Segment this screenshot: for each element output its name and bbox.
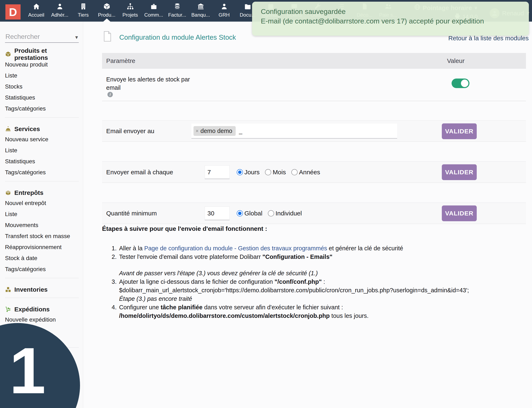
radio-selected-icon <box>237 169 243 175</box>
bank-icon <box>189 3 212 11</box>
home-icon <box>25 3 48 11</box>
sidebar-item-liste-services[interactable]: Liste <box>5 145 81 156</box>
suitcase-icon <box>142 3 165 11</box>
dolibarr-logo[interactable]: D <box>5 4 21 19</box>
sidebar-section-produits: Produits et prestations Nouveau produit … <box>0 50 83 114</box>
topbar-menu: Accueil Adhér... Tiers Produ... Projets … <box>25 0 259 22</box>
sidebar-title-produits[interactable]: Produits et prestations <box>5 50 81 59</box>
steps-heading: Étapes à suivre pour que l'envoie d'emai… <box>102 224 503 233</box>
parameters-table: Paramètre Valeur Envoye les alertes de s… <box>102 53 526 224</box>
sidebar-item-liste-entrepots[interactable]: Liste <box>5 209 81 220</box>
sidebar-item-statistiques-services[interactable]: Statistiques <box>5 156 81 167</box>
sidebar-title-inventories[interactable]: Inventories <box>5 285 81 294</box>
radio-mois[interactable]: Mois <box>265 169 286 176</box>
radio-icon <box>265 169 271 175</box>
page-title[interactable]: Configuration du module Alertes Stock <box>119 34 236 41</box>
building-icon <box>71 3 95 11</box>
topbar-item-tiers[interactable]: Tiers <box>71 0 95 22</box>
main-content: Configuration du module Alertes Stock Re… <box>83 22 532 408</box>
row-label: Envoyer email à chaque <box>106 162 173 183</box>
tour-step-number: 1 <box>9 338 46 403</box>
table-row-frequence: Envoyer email à chaque Jours Mois Années… <box>102 162 526 183</box>
table-row-quantite-minimum: Quantité minimum Global Individuel VALID… <box>102 203 526 224</box>
steps-instructions: Étapes à suivre pour que l'envoie d'emai… <box>102 224 503 320</box>
sidebar-item-statistiques-produits[interactable]: Statistiques <box>5 92 81 103</box>
email-alerts-toggle[interactable] <box>452 78 470 88</box>
sidebar-item-tags-entrepots[interactable]: Tags/catégories <box>5 264 81 275</box>
sidebar-item-tags-services[interactable]: Tags/catégories <box>5 167 81 178</box>
recipient-chip: × demo demo <box>193 126 236 136</box>
search-placeholder: Rechercher <box>5 33 40 41</box>
topbar-item-banque[interactable]: Banqu... <box>189 0 212 22</box>
topbar-item-adherents[interactable]: Adhér... <box>48 0 71 22</box>
radio-icon <box>291 169 298 175</box>
row-label: Envoye les alertes de stock par email <box>106 75 210 92</box>
sidebar-item-reapprovisionnement[interactable]: Réapprovisionnement <box>5 242 81 253</box>
box-open-icon <box>5 190 11 196</box>
sidebar-title-expeditions[interactable]: Expéditions <box>5 305 81 314</box>
topbar-item-produits[interactable]: Produ... <box>95 0 119 22</box>
sidebar-item-mouvements[interactable]: Mouvements <box>5 220 81 230</box>
topbar-item-accueil[interactable]: Accueil <box>25 0 48 22</box>
info-icon[interactable]: i <box>107 92 113 97</box>
cube-icon <box>95 3 119 11</box>
back-to-modules-link[interactable]: Retour à la liste des modules <box>448 35 529 42</box>
sidebar-divider <box>5 298 79 298</box>
table-row-alertes-email: Envoye les alertes de stock par email i <box>102 68 526 101</box>
frequency-value-input[interactable] <box>205 165 230 179</box>
sidebar-item-stock-a-date[interactable]: Stock à date <box>5 253 81 264</box>
search-input[interactable]: Rechercher ▾ <box>5 32 79 43</box>
page-icon <box>103 31 112 43</box>
valider-button-email[interactable]: VALIDER <box>442 123 477 139</box>
cube-icon <box>5 51 11 57</box>
sidebar-section-inventories: Inventories <box>0 285 83 294</box>
column-header-valeur: Valeur <box>447 53 465 68</box>
remove-chip-icon[interactable]: × <box>196 128 199 134</box>
sidebar-item-transfert-stock[interactable]: Transfert stock en masse <box>5 230 81 242</box>
sidebar-section-expeditions: Expéditions Nouvelle expédition <box>0 305 83 325</box>
email-recipients-input[interactable]: × demo demo _ <box>191 124 397 139</box>
cron-config-link[interactable]: Page de configuration du module - Gestio… <box>144 245 327 252</box>
boxes-icon <box>5 287 11 293</box>
frequency-unit-radios: Jours Mois Années <box>237 162 326 183</box>
user-tie-icon <box>212 3 236 11</box>
user-icon <box>48 3 71 11</box>
sidebar: Rechercher ▾ Produits et prestations Nou… <box>0 22 83 408</box>
step-1: 1. Aller à la Page de configuration du m… <box>112 244 503 253</box>
toast-notification: Configuration sauvegardée E-mail (de con… <box>252 2 529 36</box>
column-header-parametre: Paramètre <box>106 53 135 68</box>
radio-icon <box>268 210 274 216</box>
tour-step-badge: 1 <box>0 323 80 408</box>
sidebar-item-nouvel-entrepot[interactable]: Nouvel entrepôt <box>5 197 81 209</box>
sidebar-title-entrepots[interactable]: Entrepôts <box>5 188 81 197</box>
sidebar-section-entrepots: Entrepôts Nouvel entrepôt Liste Mouvemen… <box>0 188 83 275</box>
sidebar-title-services[interactable]: Services <box>5 124 81 134</box>
cron-config-line: $dolibarr_main_url_alertstock_cronjob='h… <box>119 287 469 294</box>
table-row-email-envoyer-au: Email envoyer au × demo demo _ VALIDER <box>102 120 526 142</box>
valider-button-frequence[interactable]: VALIDER <box>442 164 477 180</box>
dolibarr-app: D Accueil Adhér... Tiers Produ... Projet… <box>0 0 532 408</box>
step-4: 4. Configurer une tâche planifiée dans v… <box>112 303 503 320</box>
text-cursor: _ <box>239 128 242 134</box>
sidebar-item-tags-produits[interactable]: Tags/catégories <box>5 103 81 114</box>
topbar-item-facturation[interactable]: Factur... <box>165 0 189 22</box>
coins-icon <box>165 3 189 11</box>
radio-individuel[interactable]: Individuel <box>268 210 302 217</box>
topbar-item-projets[interactable]: Projets <box>119 0 142 22</box>
sidebar-divider <box>5 117 79 118</box>
quantity-scope-radios: Global Individuel <box>237 203 307 224</box>
step-note-securite: Avant de passer vers l'étape (3.) vous d… <box>119 269 503 278</box>
topbar-item-grh[interactable]: GRH <box>212 0 236 22</box>
valider-button-quantite[interactable]: VALIDER <box>442 205 477 221</box>
sitemap-icon <box>119 3 142 11</box>
sidebar-item-stocks[interactable]: Stocks <box>5 81 81 92</box>
sidebar-item-nouveau-service[interactable]: Nouveau service <box>5 134 81 145</box>
radio-annees[interactable]: Années <box>291 169 320 176</box>
search-dropdown-caret-icon[interactable]: ▾ <box>75 34 78 41</box>
topbar-item-commerce[interactable]: Comm... <box>142 0 165 22</box>
quantity-min-input[interactable] <box>205 206 230 220</box>
sidebar-section-services: Services Nouveau service Liste Statistiq… <box>0 124 83 178</box>
sidebar-item-liste-produits[interactable]: Liste <box>5 70 81 81</box>
radio-jours[interactable]: Jours <box>237 169 259 176</box>
radio-global[interactable]: Global <box>237 210 262 217</box>
